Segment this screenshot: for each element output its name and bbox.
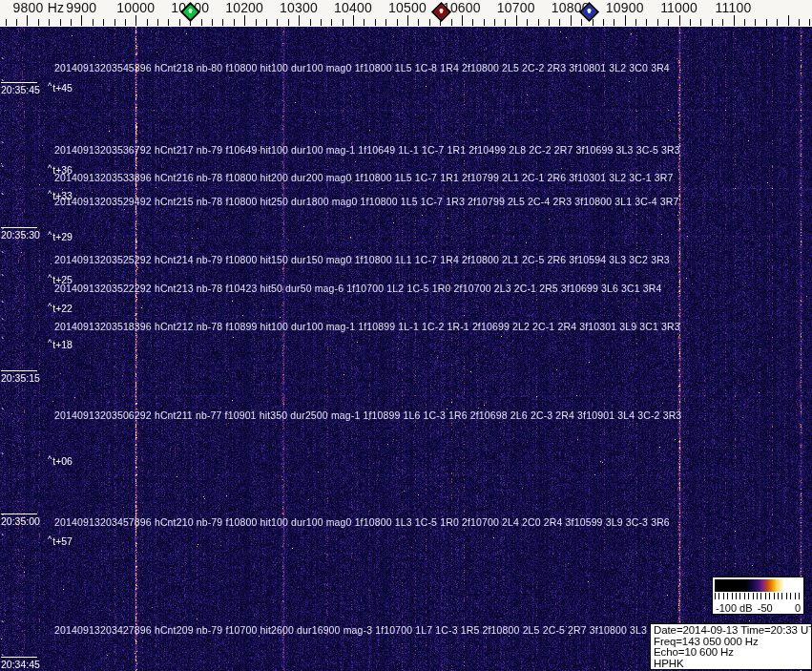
ruler-tick — [375, 19, 376, 26]
spectrogram-canvas[interactable] — [0, 27, 812, 671]
ruler-tick — [147, 19, 148, 26]
ruler-tick — [27, 15, 28, 26]
ruler-tick — [581, 19, 582, 26]
ruler-label: 9900 — [66, 0, 96, 15]
ruler-tick — [799, 19, 800, 26]
ruler-tick — [60, 19, 61, 26]
colorbar-gradient — [715, 579, 802, 592]
spectrogram-app: 9800 Hz990010000101001020010300104001050… — [0, 0, 812, 671]
ruler-tick — [331, 19, 332, 26]
ruler-tick — [635, 19, 636, 26]
ruler-label: 11000 — [660, 0, 697, 15]
ruler-tick — [744, 19, 745, 26]
ruler-tick — [549, 19, 550, 26]
ruler-tick — [429, 19, 430, 26]
ruler-tick — [38, 19, 39, 26]
ruler-tick — [538, 19, 539, 26]
ruler-tick — [809, 19, 810, 26]
ruler-tick — [179, 19, 180, 26]
ruler-tick — [625, 15, 626, 26]
ruler-tick — [288, 19, 289, 26]
ruler-tick — [256, 19, 257, 26]
ruler-tick — [310, 19, 311, 26]
ruler-tick — [299, 15, 300, 26]
frequency-ruler: 9800 Hz990010000101001020010300104001050… — [0, 0, 812, 27]
ruler-tick — [93, 19, 94, 26]
ruler-tick — [690, 19, 691, 26]
status-info-box: Date=2014-09-13 Time=20:33 UTC Freq=143 … — [650, 623, 812, 670]
ruler-tick — [397, 19, 398, 26]
ruler-tick — [614, 19, 614, 26]
ruler-tick — [321, 19, 322, 26]
ruler-tick — [472, 19, 473, 26]
ruler-tick — [494, 19, 495, 26]
ruler-tick — [353, 15, 354, 26]
ruler-label: 10700 — [497, 0, 535, 15]
ruler-label: 10000 — [116, 0, 155, 15]
ruler-tick — [244, 15, 245, 26]
ruler-label: 9800 Hz — [13, 0, 65, 15]
ruler-tick — [81, 15, 82, 26]
ruler-tick — [418, 19, 419, 26]
ruler-tick — [6, 19, 7, 26]
colorbar-label-max: 0 — [795, 602, 801, 614]
colorbar-label-min: -100 dB — [716, 602, 753, 614]
ruler-tick — [700, 19, 701, 26]
ruler-tick — [451, 19, 452, 26]
ruler-tick — [679, 15, 680, 26]
ruler-tick — [364, 19, 364, 26]
ruler-tick — [462, 15, 463, 26]
ruler-tick — [343, 19, 344, 26]
ruler-tick — [603, 19, 604, 26]
ruler-tick — [71, 19, 72, 26]
ruler-tick — [135, 15, 136, 26]
ruler-tick — [222, 19, 223, 26]
ruler-tick — [516, 15, 517, 26]
ruler-tick — [505, 19, 506, 26]
ruler-tick — [777, 19, 778, 26]
ruler-label: 10300 — [280, 0, 318, 15]
ruler-tick — [49, 19, 50, 26]
ruler-tick — [657, 19, 658, 26]
ruler-tick — [766, 19, 767, 26]
ruler-tick — [712, 19, 713, 26]
ruler-tick — [559, 19, 560, 26]
ruler-tick — [266, 19, 267, 26]
ruler-label: 10200 — [225, 0, 263, 15]
ruler-tick — [157, 19, 158, 26]
colorbar-label-mid: -50 — [758, 602, 773, 614]
ruler-tick — [788, 15, 789, 26]
ruler-tick — [277, 19, 278, 26]
ruler-tick — [593, 19, 593, 26]
ruler-label: 10500 — [388, 0, 427, 15]
ruler-tick — [571, 15, 572, 26]
ruler-label: 11100 — [716, 0, 752, 15]
ruler-tick — [407, 15, 408, 26]
ruler-tick — [722, 19, 723, 26]
ruler-tick — [125, 19, 126, 26]
info-date-time: Date=2014-09-13 Time=20:33 UTC — [654, 625, 811, 637]
ruler-tick — [234, 19, 235, 26]
ruler-tick — [212, 19, 213, 26]
ruler-tick — [484, 19, 485, 26]
colorbar-labels: -100 dB -50 0 — [715, 601, 802, 614]
ruler-tick — [646, 19, 647, 26]
ruler-tick — [115, 19, 115, 26]
ruler-tick — [16, 19, 17, 26]
ruler-tick — [103, 19, 104, 26]
ruler-tick — [527, 19, 528, 26]
ruler-label: 10400 — [334, 0, 372, 15]
db-colorbar: -100 dB -50 0 — [712, 577, 804, 615]
ruler-tick — [201, 19, 202, 26]
ruler-label: 10900 — [606, 0, 644, 15]
ruler-tick — [755, 19, 756, 26]
ruler-tick — [168, 19, 169, 26]
info-callsign: HPHK — [654, 659, 811, 670]
colorbar-ticks — [715, 593, 802, 599]
ruler-tick — [385, 19, 386, 26]
ruler-tick — [668, 19, 669, 26]
ruler-tick — [734, 15, 735, 26]
